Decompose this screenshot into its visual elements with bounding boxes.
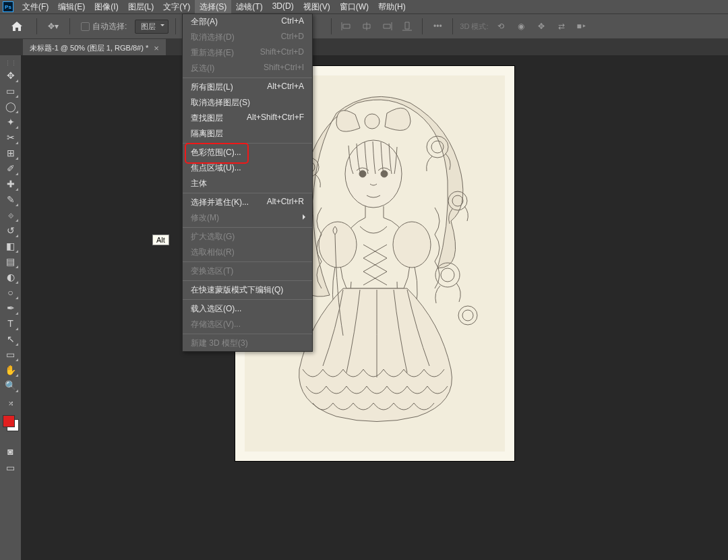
quick-select-tool[interactable]: ✦ (3, 115, 19, 129)
options-bar: ✥▾ 自动选择: 图层 ••• 3D 模式: ⟲ ◉ ✥ ⇄ ■‣ (0, 13, 728, 39)
color-swatch[interactable] (3, 415, 19, 431)
document-tabstrip: 未标题-1 @ 50% (图层 1, RGB/8#) * × (0, 39, 728, 57)
foreground-color-swatch[interactable] (3, 415, 15, 427)
healing-tool[interactable]: ✚ (3, 177, 19, 191)
auto-select-toggle[interactable]: 自动选择: (77, 19, 131, 34)
separator (452, 18, 453, 34)
stamp-tool[interactable]: ⟐ (3, 208, 19, 222)
toolbox-handle[interactable]: ⋮⋮ (3, 60, 19, 67)
menubar: Ps 文件(F)编辑(E)图像(I)图层(L)文字(Y)选择(S)滤镜(T)3D… (0, 0, 728, 13)
menu-item-22[interactable]: 在快速蒙版模式下编辑(Q) (183, 282, 312, 298)
zoom-tool[interactable]: 🔍 (3, 378, 19, 393)
menu-separator (183, 77, 312, 78)
menu-item-10[interactable]: 色彩范围(C)... (183, 145, 312, 160)
menu-item-5[interactable]: 所有图层(L)Alt+Ctrl+A (183, 80, 312, 95)
3d-camera-icon[interactable]: ■‣ (574, 18, 590, 34)
3d-roll-icon[interactable]: ◉ (513, 18, 529, 34)
menu-item-25: 存储选区(V)... (183, 317, 312, 332)
menu-item-7[interactable]: 查找图层Alt+Shift+Ctrl+F (183, 111, 312, 126)
menu-item-shortcut: Alt+Ctrl+A (267, 82, 304, 93)
menu-item-label: 焦点区域(U)... (191, 162, 241, 174)
svg-point-4 (381, 170, 388, 177)
menu-item-2: 重新选择(E)Shift+Ctrl+D (183, 45, 312, 61)
close-tab-icon[interactable]: × (154, 43, 159, 53)
menu-item-shortcut: Shift+Ctrl+D (260, 47, 304, 59)
svg-point-7 (393, 222, 431, 268)
3d-pan-icon[interactable]: ✥ (533, 18, 549, 34)
menu-item-label: 所有图层(L) (191, 82, 233, 93)
alt-key-tooltip: Alt (152, 235, 169, 245)
menu-item-24[interactable]: 载入选区(O)... (183, 301, 312, 317)
brush-tool[interactable]: ✎ (3, 192, 19, 207)
workspace: ⋮⋮ ✥▭◯✦✂⊞✐✚✎⟐↺◧▤◐○✒T↖▭✋🔍 ⤮ ◙ ▭ (0, 55, 728, 560)
history-brush-tool[interactable]: ↺ (3, 223, 19, 238)
menu-编辑[interactable]: 编辑(E) (53, 0, 90, 14)
swap-colors-icon[interactable]: ⤮ (3, 398, 19, 408)
dodge-tool[interactable]: ○ (3, 285, 19, 300)
quickmask-toggle[interactable]: ◙ (3, 444, 19, 459)
svg-point-6 (319, 222, 357, 268)
pen-tool[interactable]: ✒ (3, 301, 19, 315)
document-tab[interactable]: 未标题-1 @ 50% (图层 1, RGB/8#) * × (23, 39, 166, 57)
menu-文件[interactable]: 文件(F) (18, 0, 53, 14)
menu-item-15: 修改(M) (183, 210, 312, 226)
frame-tool[interactable]: ⊞ (3, 146, 19, 160)
menu-separator (183, 334, 312, 334)
3d-orbit-icon[interactable]: ⟲ (493, 18, 509, 34)
eyedropper-tool[interactable]: ✐ (3, 161, 19, 176)
marquee-tool[interactable]: ▭ (3, 84, 19, 98)
menu-图层[interactable]: 图层(L) (123, 0, 159, 14)
screenmode-toggle[interactable]: ▭ (3, 460, 19, 475)
menu-item-6[interactable]: 取消选择图层(S) (183, 95, 312, 111)
align-bottom-icon[interactable] (399, 18, 415, 34)
mode3d-label: 3D 模式: (460, 22, 488, 32)
submenu-arrow-icon (303, 214, 308, 220)
crop-tool[interactable]: ✂ (3, 130, 19, 145)
gradient-tool[interactable]: ▤ (3, 254, 19, 269)
align-left-icon[interactable] (338, 18, 355, 34)
menu-item-label: 新建 3D 模型(3) (191, 338, 248, 349)
menu-item-14[interactable]: 选择并遮住(K)...Alt+Ctrl+R (183, 195, 312, 210)
menu-item-20: 变换选区(T) (183, 263, 312, 279)
menu-窗口[interactable]: 窗口(W) (335, 0, 373, 14)
menu-滤镜[interactable]: 滤镜(T) (231, 0, 267, 14)
menu-item-label: 选取相似(R) (191, 247, 235, 258)
eraser-tool[interactable]: ◧ (3, 239, 19, 253)
rectangle-tool[interactable]: ▭ (3, 347, 19, 362)
hand-tool[interactable]: ✋ (3, 363, 19, 377)
align-center-h-icon[interactable] (359, 18, 375, 34)
layer-dropdown[interactable]: 图层 (135, 20, 169, 34)
menu-图像[interactable]: 图像(I) (90, 0, 123, 14)
align-right-icon[interactable] (379, 18, 395, 34)
menu-separator (183, 280, 312, 281)
menu-separator (183, 299, 312, 300)
menu-item-0[interactable]: 全部(A)Ctrl+A (183, 14, 312, 30)
menu-选择[interactable]: 选择(S) (195, 0, 231, 14)
menu-视图[interactable]: 视图(V) (299, 0, 335, 14)
menu-文字[interactable]: 文字(Y) (158, 0, 195, 14)
lasso-tool[interactable]: ◯ (3, 99, 19, 114)
blur-tool[interactable]: ◐ (3, 270, 19, 284)
canvas-area[interactable] (21, 55, 728, 560)
home-icon[interactable] (9, 19, 24, 34)
move-tool[interactable]: ✥ (3, 68, 19, 83)
menu-item-label: 存储选区(V)... (191, 319, 241, 330)
menu-item-12[interactable]: 主体 (183, 176, 312, 191)
menu-item-label: 全部(A) (191, 16, 218, 28)
menu-item-27: 新建 3D 模型(3) (183, 336, 312, 351)
menu-item-label: 修改(M) (191, 212, 219, 224)
menu-item-8[interactable]: 隔离图层 (183, 126, 312, 142)
separator (36, 18, 37, 34)
move-tool-icon[interactable]: ✥▾ (44, 20, 63, 33)
menu-item-label: 隔离图层 (191, 128, 223, 139)
more-icon[interactable]: ••• (429, 18, 446, 34)
menu-item-shortcut: Shift+Ctrl+I (264, 63, 304, 74)
menu-item-11[interactable]: 焦点区域(U)... (183, 160, 312, 176)
path-select-tool[interactable]: ↖ (3, 332, 19, 346)
type-tool[interactable]: T (3, 316, 19, 331)
3d-slide-icon[interactable]: ⇄ (553, 18, 570, 34)
menu-3d[interactable]: 3D(D) (268, 0, 299, 14)
menu-item-label: 选择并遮住(K)... (191, 197, 249, 208)
separator (69, 18, 70, 34)
menu-帮助[interactable]: 帮助(H) (373, 0, 411, 14)
